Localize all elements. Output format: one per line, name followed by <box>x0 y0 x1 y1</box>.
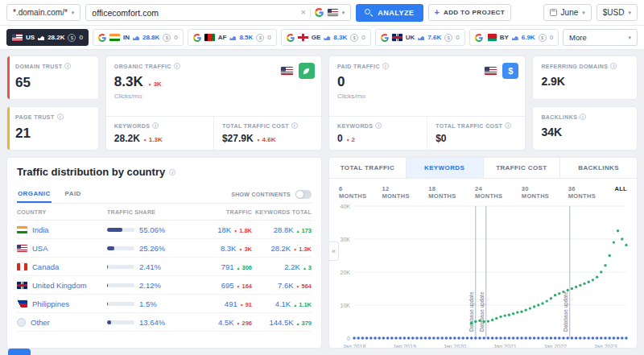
us-flag-icon <box>12 34 23 41</box>
traffic-cost-label: TOTAL TRAFFIC COST <box>222 123 289 129</box>
traffic-value[interactable]: 695 <box>221 281 234 290</box>
traffic-cost-value: $0 <box>436 133 446 144</box>
country-link[interactable]: USA <box>32 244 48 253</box>
svg-text:40K: 40K <box>341 204 351 209</box>
column-traffic[interactable]: TRAFFIC <box>191 209 252 215</box>
add-to-project-button[interactable]: + ADD TO PROJECT <box>428 4 512 21</box>
country-link[interactable]: United Kingdom <box>32 281 87 290</box>
info-icon[interactable] <box>505 122 511 129</box>
keywords-delta: 1.3K <box>293 246 312 253</box>
info-icon[interactable] <box>174 63 180 69</box>
month-select[interactable]: June ▾ <box>543 4 592 21</box>
range-12-months[interactable]: 12 MONTHS <box>382 185 418 200</box>
country-tab-af[interactable]: AF 8.5K $ 0 <box>188 29 277 46</box>
svg-text:Jan 2020: Jan 2020 <box>443 344 466 349</box>
traffic-chart-icon <box>38 35 44 40</box>
keywords-delta: 2 <box>346 136 355 143</box>
tab-organic[interactable]: ORGANIC <box>17 185 52 203</box>
country-code: GE <box>312 34 321 41</box>
info-icon[interactable] <box>291 122 298 129</box>
range-24-months[interactable]: 24 MONTHS <box>475 185 511 200</box>
info-icon[interactable] <box>375 122 382 129</box>
keywords-value[interactable]: 4.1K <box>275 299 291 308</box>
info-icon[interactable] <box>152 122 159 129</box>
tab-backlinks[interactable]: BACKLINKS <box>560 158 637 178</box>
info-icon[interactable] <box>64 63 71 69</box>
collapse-panel-button[interactable]: « <box>329 241 339 261</box>
info-icon[interactable] <box>382 63 389 69</box>
keywords-value[interactable]: 28.8K <box>274 225 294 234</box>
canada-flag-icon <box>17 263 27 270</box>
info-icon[interactable] <box>580 114 586 120</box>
country-link[interactable]: Other <box>31 318 50 327</box>
info-icon[interactable] <box>57 114 64 120</box>
country-tab-ge[interactable]: GE 8.3K $ 0 <box>281 29 371 46</box>
google-icon <box>315 8 324 17</box>
us-flag-icon <box>485 67 497 75</box>
clear-icon[interactable]: × <box>300 8 305 17</box>
traffic-value[interactable]: 8.3K <box>221 244 237 253</box>
tab-traffic-cost[interactable]: TRAFFIC COST <box>484 158 561 178</box>
country-traffic-value: 28.8K <box>142 34 159 41</box>
traffic-value[interactable]: 791 <box>221 262 234 271</box>
table-row: USA 25.26% 8.3K3K 28.2K1.3K <box>17 239 312 258</box>
range-36-months[interactable]: 36 MONTHS <box>568 185 605 200</box>
tab-keywords[interactable]: KEYWORDS <box>407 158 484 178</box>
info-icon[interactable] <box>610 63 617 69</box>
range-all[interactable]: ALL <box>614 185 626 200</box>
domain-search-input[interactable] <box>92 8 296 18</box>
country-tab-by[interactable]: BY 6.9K $ 0 <box>469 29 559 46</box>
domain-trust-label: DOMAIN TRUST <box>15 64 62 69</box>
column-keywords-total[interactable]: KEYWORDS TOTAL <box>252 209 312 215</box>
svg-text:20K: 20K <box>341 270 351 275</box>
chevron-down-icon[interactable]: ▾ <box>342 10 345 16</box>
svg-text:Database update: Database update <box>469 291 475 332</box>
traffic-value[interactable]: 491 <box>225 299 237 308</box>
column-country[interactable]: COUNTRY <box>17 209 107 215</box>
range-30-months[interactable]: 30 MONTHS <box>522 185 558 200</box>
traffic-value[interactable]: 18K <box>217 225 231 234</box>
chart-range-selector: 6 MONTHS 12 MONTHS 18 MONTHS 24 MONTHS 3… <box>329 179 637 201</box>
share-value: 13.64% <box>139 318 165 327</box>
keywords-value[interactable]: 28.2K <box>270 244 291 253</box>
share-bar <box>107 265 134 269</box>
country-link[interactable]: Canada <box>32 262 59 271</box>
show-continents-toggle[interactable] <box>295 190 312 199</box>
scrollbar-thumb[interactable] <box>8 349 31 355</box>
info-icon[interactable] <box>169 169 175 175</box>
search-icon <box>365 9 373 17</box>
country-tab-in[interactable]: IN 28.8K $ 0 <box>93 29 184 46</box>
range-6-months[interactable]: 6 MONTHS <box>339 185 371 200</box>
country-tabs-bar: US 28.2K $ 0 IN 28.8K $ 0 AF 8.5K $ 0 GE… <box>0 26 644 50</box>
table-header: COUNTRY TRAFFIC SHARE TRAFFIC KEYWORDS T… <box>17 204 312 221</box>
analyze-button[interactable]: ANALYZE <box>356 4 423 22</box>
country-link[interactable]: India <box>32 225 49 234</box>
tab-paid[interactable]: PAID <box>64 185 82 203</box>
main-content: DOMAIN TRUST 65 PAGE TRUST 21 ORGANIC TR… <box>0 50 644 354</box>
traffic-value[interactable]: 4.5K <box>218 318 234 327</box>
keywords-value[interactable]: 144.5K <box>269 318 293 327</box>
paid-dollar-icon: $ <box>68 34 76 42</box>
country-tab-us[interactable]: US 28.2K $ 0 <box>6 29 89 46</box>
page-trust-label: PAGE TRUST <box>15 114 55 120</box>
keywords-value[interactable]: 7.6K <box>278 281 294 290</box>
domain-search-field[interactable]: × ▾ <box>85 4 351 21</box>
currency-select[interactable]: $USD ▾ <box>597 4 638 21</box>
column-traffic-share[interactable]: TRAFFIC SHARE <box>107 209 191 215</box>
more-countries-select[interactable]: More ▾ <box>563 29 638 46</box>
paid-keywords-stat: KEYWORDS 0 2 <box>329 117 427 150</box>
traffic-chart-icon <box>324 35 330 40</box>
country-link[interactable]: Philippines <box>32 299 69 308</box>
table-row: India 55.06% 18K1.8K 28.8K173 <box>17 221 312 239</box>
keywords-delta: 564 <box>296 283 312 290</box>
tab-total-traffic[interactable]: TOTAL TRAFFIC <box>329 158 407 178</box>
paid-dollar-icon: $ <box>163 34 171 42</box>
keywords-value[interactable]: 2.2K <box>284 262 300 271</box>
domain-scope-select[interactable]: *.domain.com/* ▾ <box>6 4 80 21</box>
range-18-months[interactable]: 18 MONTHS <box>428 185 464 200</box>
traffic-cost-delta: 4.6K <box>257 136 276 143</box>
paid-dollar-icon: $ <box>539 34 547 42</box>
us-flag-icon <box>328 9 338 16</box>
country-tab-uk[interactable]: UK 7.6K $ 0 <box>375 29 465 46</box>
page-trust-card: PAGE TRUST 21 <box>6 106 99 151</box>
